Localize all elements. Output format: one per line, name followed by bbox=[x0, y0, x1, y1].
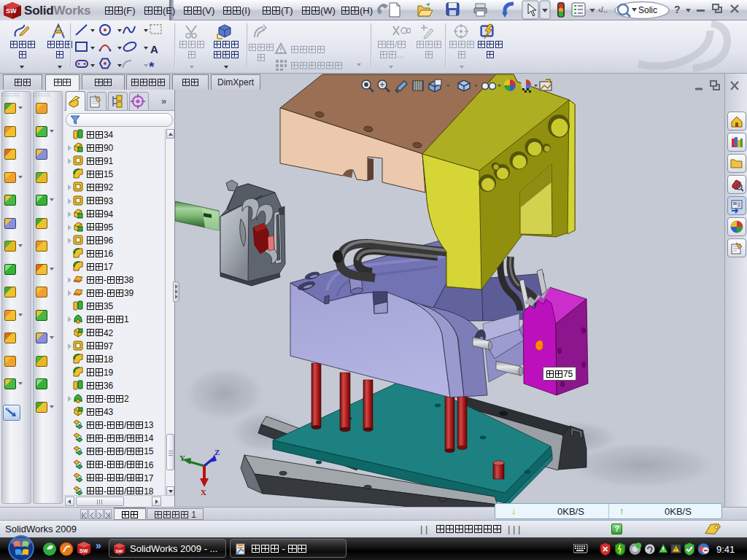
svg-text:Z: Z bbox=[214, 448, 220, 456]
svg-text:X: X bbox=[201, 488, 206, 497]
svg-text:Y: Y bbox=[179, 454, 185, 462]
